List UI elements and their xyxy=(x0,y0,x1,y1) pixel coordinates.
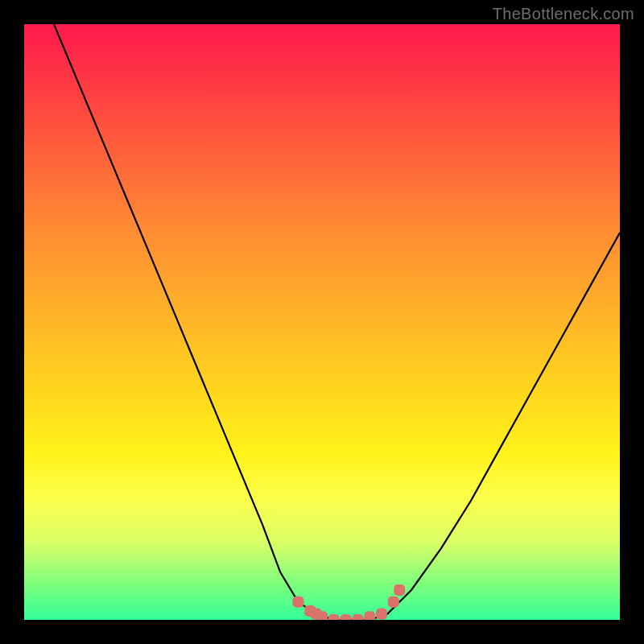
valley-marker xyxy=(341,614,352,620)
chart-frame: TheBottleneck.com xyxy=(0,0,644,644)
curve-layer xyxy=(24,24,620,620)
bottleneck-curve xyxy=(54,24,620,620)
valley-marker xyxy=(394,584,405,596)
valley-marker xyxy=(388,597,399,608)
valley-marker-group xyxy=(292,584,405,620)
plot-area xyxy=(24,24,620,620)
valley-marker xyxy=(316,611,328,620)
valley-marker xyxy=(352,614,363,620)
valley-marker xyxy=(292,597,303,608)
valley-marker xyxy=(328,614,340,620)
valley-marker xyxy=(376,609,387,620)
valley-marker xyxy=(364,611,375,620)
watermark-text: TheBottleneck.com xyxy=(493,5,634,23)
